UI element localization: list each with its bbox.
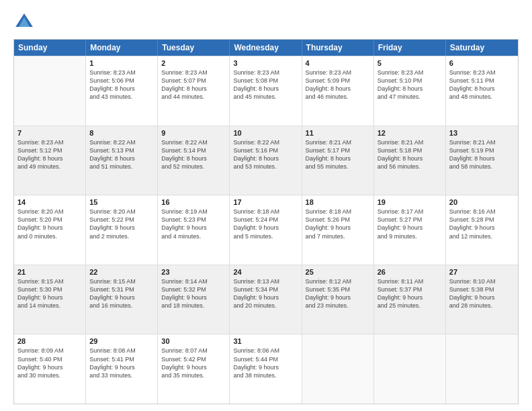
- calendar-row: 28Sunrise: 8:09 AM Sunset: 5:40 PM Dayli…: [14, 334, 518, 404]
- calendar-cell: 18Sunrise: 8:18 AM Sunset: 5:26 PM Dayli…: [302, 195, 374, 265]
- day-info: Sunrise: 8:21 AM Sunset: 5:17 PM Dayligh…: [306, 138, 370, 171]
- day-info: Sunrise: 8:06 AM Sunset: 5:44 PM Dayligh…: [233, 347, 298, 379]
- calendar-cell: [446, 334, 518, 404]
- day-number: 1: [89, 59, 154, 67]
- day-info: Sunrise: 8:23 AM Sunset: 5:08 PM Dayligh…: [233, 68, 298, 101]
- calendar-cell: 10Sunrise: 8:22 AM Sunset: 5:16 PM Dayli…: [230, 126, 302, 195]
- header: [13, 11, 519, 32]
- weekday-header: Saturday: [446, 40, 518, 56]
- weekday-header: Wednesday: [230, 40, 302, 56]
- day-info: Sunrise: 8:17 AM Sunset: 5:27 PM Dayligh…: [378, 208, 442, 240]
- day-info: Sunrise: 8:10 AM Sunset: 5:38 PM Dayligh…: [449, 277, 515, 310]
- calendar: SundayMondayTuesdayWednesdayThursdayFrid…: [13, 39, 519, 404]
- day-number: 4: [306, 59, 370, 67]
- calendar-cell: 26Sunrise: 8:11 AM Sunset: 5:37 PM Dayli…: [374, 265, 446, 334]
- day-number: 16: [161, 198, 226, 206]
- calendar-cell: 2Sunrise: 8:23 AM Sunset: 5:07 PM Daylig…: [158, 56, 230, 126]
- day-info: Sunrise: 8:23 AM Sunset: 5:06 PM Dayligh…: [89, 68, 154, 101]
- day-info: Sunrise: 8:08 AM Sunset: 5:41 PM Dayligh…: [89, 347, 154, 379]
- day-number: 18: [306, 198, 370, 206]
- day-number: 31: [233, 337, 298, 345]
- day-number: 11: [306, 129, 370, 137]
- calendar-cell: 1Sunrise: 8:23 AM Sunset: 5:06 PM Daylig…: [86, 56, 158, 126]
- day-number: 17: [233, 198, 298, 206]
- calendar-cell: 22Sunrise: 8:15 AM Sunset: 5:31 PM Dayli…: [86, 265, 158, 334]
- calendar-row: 7Sunrise: 8:23 AM Sunset: 5:12 PM Daylig…: [14, 126, 518, 195]
- calendar-cell: [302, 334, 374, 404]
- day-number: 23: [161, 268, 226, 276]
- day-info: Sunrise: 8:21 AM Sunset: 5:18 PM Dayligh…: [378, 138, 442, 171]
- day-info: Sunrise: 8:21 AM Sunset: 5:19 PM Dayligh…: [449, 138, 515, 171]
- calendar-cell: 31Sunrise: 8:06 AM Sunset: 5:44 PM Dayli…: [230, 334, 302, 404]
- calendar-cell: 24Sunrise: 8:13 AM Sunset: 5:34 PM Dayli…: [230, 265, 302, 334]
- day-number: 5: [378, 59, 442, 67]
- day-number: 22: [89, 268, 154, 276]
- day-info: Sunrise: 8:15 AM Sunset: 5:30 PM Dayligh…: [17, 277, 82, 310]
- day-number: 10: [233, 129, 298, 137]
- day-info: Sunrise: 8:18 AM Sunset: 5:26 PM Dayligh…: [306, 208, 370, 240]
- weekday-header: Friday: [374, 40, 446, 56]
- calendar-cell: 15Sunrise: 8:20 AM Sunset: 5:22 PM Dayli…: [86, 195, 158, 265]
- day-info: Sunrise: 8:16 AM Sunset: 5:28 PM Dayligh…: [449, 208, 515, 240]
- day-number: 25: [306, 268, 370, 276]
- weekday-header: Tuesday: [158, 40, 230, 56]
- calendar-cell: 14Sunrise: 8:20 AM Sunset: 5:20 PM Dayli…: [14, 195, 86, 265]
- day-number: 3: [233, 59, 298, 67]
- day-info: Sunrise: 8:12 AM Sunset: 5:35 PM Dayligh…: [306, 277, 370, 310]
- calendar-cell: [374, 334, 446, 404]
- day-number: 24: [233, 268, 298, 276]
- calendar-cell: 5Sunrise: 8:23 AM Sunset: 5:10 PM Daylig…: [374, 56, 446, 126]
- calendar-cell: 13Sunrise: 8:21 AM Sunset: 5:19 PM Dayli…: [446, 126, 518, 195]
- logo-icon: [13, 11, 35, 32]
- calendar-cell: [14, 56, 86, 126]
- day-info: Sunrise: 8:22 AM Sunset: 5:13 PM Dayligh…: [89, 138, 154, 171]
- day-info: Sunrise: 8:20 AM Sunset: 5:20 PM Dayligh…: [17, 208, 82, 240]
- logo: [13, 11, 38, 32]
- day-number: 15: [89, 198, 154, 206]
- page: SundayMondayTuesdayWednesdayThursdayFrid…: [0, 0, 532, 411]
- calendar-body: 1Sunrise: 8:23 AM Sunset: 5:06 PM Daylig…: [14, 56, 518, 404]
- day-info: Sunrise: 8:22 AM Sunset: 5:16 PM Dayligh…: [233, 138, 298, 171]
- calendar-cell: 27Sunrise: 8:10 AM Sunset: 5:38 PM Dayli…: [446, 265, 518, 334]
- calendar-cell: 23Sunrise: 8:14 AM Sunset: 5:32 PM Dayli…: [158, 265, 230, 334]
- day-info: Sunrise: 8:22 AM Sunset: 5:14 PM Dayligh…: [161, 138, 226, 171]
- weekday-header: Monday: [86, 40, 158, 56]
- day-number: 9: [161, 129, 226, 137]
- day-number: 19: [378, 198, 442, 206]
- day-info: Sunrise: 8:23 AM Sunset: 5:10 PM Dayligh…: [378, 68, 442, 101]
- day-number: 13: [449, 129, 515, 137]
- calendar-cell: 29Sunrise: 8:08 AM Sunset: 5:41 PM Dayli…: [86, 334, 158, 404]
- day-number: 28: [17, 337, 82, 345]
- day-info: Sunrise: 8:23 AM Sunset: 5:12 PM Dayligh…: [17, 138, 82, 171]
- day-info: Sunrise: 8:11 AM Sunset: 5:37 PM Dayligh…: [378, 277, 442, 310]
- calendar-cell: 6Sunrise: 8:23 AM Sunset: 5:11 PM Daylig…: [446, 56, 518, 126]
- day-number: 2: [161, 59, 226, 67]
- day-number: 29: [89, 337, 154, 345]
- day-number: 6: [449, 59, 515, 67]
- weekday-header: Thursday: [302, 40, 374, 56]
- day-info: Sunrise: 8:18 AM Sunset: 5:24 PM Dayligh…: [233, 208, 298, 240]
- day-info: Sunrise: 8:07 AM Sunset: 5:42 PM Dayligh…: [161, 347, 226, 379]
- calendar-row: 14Sunrise: 8:20 AM Sunset: 5:20 PM Dayli…: [14, 195, 518, 265]
- calendar-cell: 4Sunrise: 8:23 AM Sunset: 5:09 PM Daylig…: [302, 56, 374, 126]
- calendar-row: 1Sunrise: 8:23 AM Sunset: 5:06 PM Daylig…: [14, 56, 518, 126]
- calendar-cell: 25Sunrise: 8:12 AM Sunset: 5:35 PM Dayli…: [302, 265, 374, 334]
- day-info: Sunrise: 8:23 AM Sunset: 5:07 PM Dayligh…: [161, 68, 226, 101]
- weekday-header: Sunday: [14, 40, 86, 56]
- calendar-row: 21Sunrise: 8:15 AM Sunset: 5:30 PM Dayli…: [14, 265, 518, 334]
- calendar-cell: 19Sunrise: 8:17 AM Sunset: 5:27 PM Dayli…: [374, 195, 446, 265]
- day-info: Sunrise: 8:23 AM Sunset: 5:11 PM Dayligh…: [449, 68, 515, 101]
- calendar-cell: 8Sunrise: 8:22 AM Sunset: 5:13 PM Daylig…: [86, 126, 158, 195]
- day-info: Sunrise: 8:13 AM Sunset: 5:34 PM Dayligh…: [233, 277, 298, 310]
- day-number: 12: [378, 129, 442, 137]
- day-info: Sunrise: 8:09 AM Sunset: 5:40 PM Dayligh…: [17, 347, 82, 379]
- day-info: Sunrise: 8:23 AM Sunset: 5:09 PM Dayligh…: [306, 68, 370, 101]
- day-number: 26: [378, 268, 442, 276]
- day-number: 7: [17, 129, 82, 137]
- calendar-cell: 9Sunrise: 8:22 AM Sunset: 5:14 PM Daylig…: [158, 126, 230, 195]
- calendar-cell: 17Sunrise: 8:18 AM Sunset: 5:24 PM Dayli…: [230, 195, 302, 265]
- day-info: Sunrise: 8:19 AM Sunset: 5:23 PM Dayligh…: [161, 208, 226, 240]
- day-info: Sunrise: 8:15 AM Sunset: 5:31 PM Dayligh…: [89, 277, 154, 310]
- day-info: Sunrise: 8:14 AM Sunset: 5:32 PM Dayligh…: [161, 277, 226, 310]
- day-info: Sunrise: 8:20 AM Sunset: 5:22 PM Dayligh…: [89, 208, 154, 240]
